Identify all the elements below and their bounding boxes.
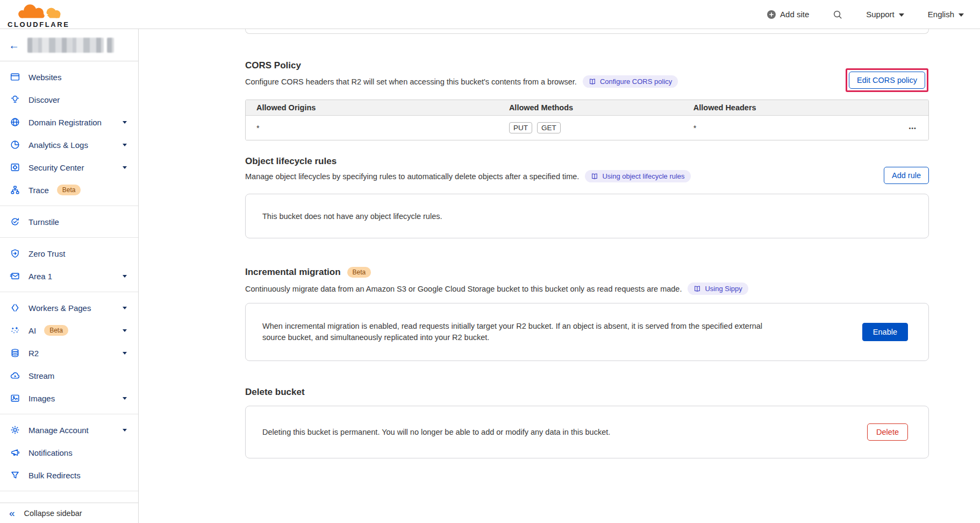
circle-plus-icon: [767, 10, 776, 19]
cors-policy-title: CORS Policy: [245, 59, 301, 72]
migration-title-row: Incremental migration Beta: [245, 266, 371, 279]
chevron-down-icon: [123, 166, 127, 169]
sidebar: ← Websites D: [0, 29, 139, 523]
sidebar-item-zero-trust[interactable]: Zero Trust: [0, 242, 138, 265]
chevron-down-icon: [123, 275, 127, 278]
method-chip-get: GET: [537, 122, 561, 133]
back-arrow-icon[interactable]: ←: [9, 40, 19, 51]
sidebar-item-label: Discover: [28, 95, 60, 104]
search-button[interactable]: [833, 10, 842, 19]
globe-icon: [10, 117, 20, 128]
delete-bucket-button[interactable]: Delete: [867, 423, 908, 441]
support-menu[interactable]: Support: [866, 10, 904, 19]
migration-description-row: Continuously migrate data from an Amazon…: [245, 282, 748, 295]
sidebar-item-domain-registration[interactable]: Domain Registration: [0, 111, 138, 133]
lifecycle-title: Object lifecycle rules: [245, 155, 337, 168]
sidebar-item-websites[interactable]: Websites: [0, 66, 138, 88]
migration-card-text: When incremental migration is enabled, r…: [262, 321, 781, 343]
cloudflare-cloud-icon: [14, 1, 63, 20]
chevron-down-icon: [958, 13, 964, 17]
sidebar-item-label: Zero Trust: [28, 249, 65, 258]
lifecycle-empty-card: This bucket does not have any object lif…: [245, 194, 929, 238]
language-menu[interactable]: English: [928, 10, 964, 19]
sidebar-divider: [0, 414, 138, 414]
sidebar-item-r2[interactable]: R2: [0, 342, 138, 364]
lifecycle-doc-link[interactable]: Using object lifecycle rules: [585, 170, 690, 182]
sidebar-item-ai[interactable]: AI Beta: [0, 319, 138, 342]
chevron-down-icon: [123, 121, 127, 124]
edit-cors-policy-button[interactable]: Edit CORS policy: [849, 72, 925, 89]
delete-bucket-text: Deleting this bucket is permanent. You w…: [262, 428, 610, 436]
trace-nodes-icon: [10, 185, 20, 195]
edit-cors-annotation-highlight: Edit CORS policy: [846, 68, 928, 92]
doc-pill-label: Using object lifecycle rules: [602, 172, 684, 180]
chevron-down-icon: [123, 352, 127, 355]
migration-card: When incremental migration is enabled, r…: [245, 303, 929, 361]
enable-migration-button[interactable]: Enable: [862, 323, 908, 341]
sidebar-item-images[interactable]: Images: [0, 387, 138, 409]
sidebar-item-label: Domain Registration: [28, 118, 102, 127]
lifecycle-empty-text: This bucket does not have any object lif…: [262, 212, 442, 221]
cors-table: Allowed Origins Allowed Methods Allowed …: [245, 100, 929, 140]
row-actions-ellipsis-icon[interactable]: •••: [874, 125, 928, 131]
open-book-icon: [591, 173, 598, 180]
previous-card-bottom-edge: [245, 29, 929, 34]
sidebar-item-label: Area 1: [28, 272, 52, 281]
sidebar-item-label: Trace: [28, 186, 49, 195]
sidebar-item-stream[interactable]: Stream: [0, 364, 138, 387]
sidebar-item-security-center[interactable]: Security Center: [0, 156, 138, 179]
sidebar-item-analytics-logs[interactable]: Analytics & Logs: [0, 133, 138, 156]
sidebar-item-workers-pages[interactable]: Workers & Pages: [0, 296, 138, 319]
funnel-icon: [10, 470, 20, 480]
chevron-down-icon: [123, 144, 127, 146]
sidebar-item-area-1[interactable]: Area 1: [0, 265, 138, 287]
doc-pill-label: Using Sippy: [705, 285, 742, 293]
add-site-button[interactable]: Add site: [767, 10, 809, 19]
sidebar-item-turnstile[interactable]: Turnstile: [0, 210, 138, 233]
top-header: CLOUDFLARE Add site Support: [0, 0, 980, 29]
beta-badge: Beta: [347, 267, 371, 278]
open-book-icon: [589, 78, 596, 86]
lifecycle-description: Manage object lifecycles by specifying r…: [245, 172, 579, 181]
refresh-check-icon: [10, 216, 20, 227]
double-chevron-left-icon: «: [9, 508, 15, 518]
email-icon: [10, 271, 20, 281]
lightbulb-icon: [10, 94, 20, 105]
sidebar-item-manage-account[interactable]: Manage Account: [0, 419, 138, 441]
sidebar-item-label: Bulk Redirects: [28, 471, 81, 480]
chevron-down-icon: [123, 307, 127, 309]
sidebar-item-notifications[interactable]: Notifications: [0, 441, 138, 464]
account-header: ←: [0, 29, 138, 61]
allowed-origins-value: *: [246, 124, 498, 132]
header-actions: Add site Support English: [767, 10, 964, 19]
cors-table-row: * PUT GET * •••: [246, 116, 928, 140]
sidebar-item-bulk-redirects[interactable]: Bulk Redirects: [0, 464, 138, 486]
allowed-headers-value: *: [683, 124, 874, 132]
sidebar-item-label: Analytics & Logs: [28, 140, 88, 150]
sidebar-item-label: AI: [28, 326, 36, 335]
using-sippy-doc-link[interactable]: Using Sippy: [688, 282, 748, 295]
sidebar-divider: [0, 237, 138, 238]
sidebar-nav: Websites Discover Domain Registration: [0, 61, 138, 491]
sidebar-item-label: Stream: [28, 371, 54, 380]
sidebar-item-discover[interactable]: Discover: [0, 88, 138, 111]
column-allowed-origins: Allowed Origins: [246, 103, 498, 112]
beta-badge: Beta: [44, 325, 68, 336]
account-name-redacted: [27, 38, 114, 53]
add-rule-button[interactable]: Add rule: [884, 167, 929, 184]
delete-bucket-card: Deleting this bucket is permanent. You w…: [245, 406, 929, 458]
sidebar-divider: [0, 292, 138, 292]
collapse-sidebar-button[interactable]: « Collapse sidebar: [0, 503, 138, 523]
search-icon: [833, 10, 842, 19]
sidebar-item-label: Manage Account: [28, 426, 89, 435]
chevron-down-icon: [899, 13, 904, 17]
collapse-sidebar-label: Collapse sidebar: [24, 509, 82, 518]
beta-badge: Beta: [57, 185, 81, 195]
workers-brackets-icon: [10, 302, 20, 313]
method-chip-put: PUT: [509, 122, 532, 133]
language-label: English: [928, 10, 954, 19]
configure-cors-policy-doc-link[interactable]: Configure CORS policy: [583, 75, 678, 88]
sidebar-item-trace[interactable]: Trace Beta: [0, 179, 138, 201]
cloudflare-logo[interactable]: CLOUDFLARE: [8, 1, 70, 28]
cloudflare-dashboard: CLOUDFLARE Add site Support: [0, 0, 980, 523]
